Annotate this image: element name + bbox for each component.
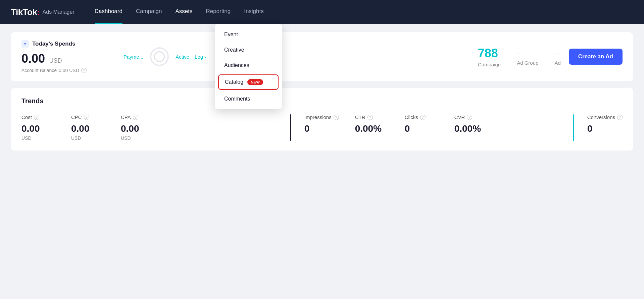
trend-ctr: CTR ? 0.00% bbox=[355, 114, 389, 134]
spends-section: ≡ Today's Spends 0.00 USD Account Balanc… bbox=[21, 40, 95, 73]
ad-label: Ad bbox=[554, 60, 560, 66]
ad-dash: – bbox=[554, 48, 560, 59]
trend-cpa: CPA ? 0.00 USD bbox=[121, 114, 154, 141]
campaign-count: 788 bbox=[478, 46, 501, 60]
create-ad-button[interactable]: Create an Ad bbox=[569, 49, 623, 65]
dropdown-catalog[interactable]: Catalog NEW bbox=[218, 74, 279, 90]
account-balance: Account Balance 0.00 USD ? bbox=[21, 68, 95, 73]
assets-dropdown: Event Creative Audiences Catalog NEW Com… bbox=[215, 24, 282, 109]
dark-divider bbox=[290, 114, 291, 141]
dropdown-audiences[interactable]: Audiences bbox=[215, 58, 282, 73]
new-badge: NEW bbox=[247, 79, 263, 85]
cvr-help-icon[interactable]: ? bbox=[467, 115, 472, 120]
trends-card: Trends Cost ? 0.00 USD CPC ? 0. bbox=[11, 88, 633, 151]
cpa-help-icon[interactable]: ? bbox=[133, 115, 138, 120]
card-title-row: ≡ Today's Spends bbox=[21, 40, 95, 48]
nav-reporting[interactable]: Reporting bbox=[206, 8, 231, 16]
spends-icon: ≡ bbox=[21, 40, 29, 48]
trend-cvr: CVR ? 0.00% bbox=[454, 114, 488, 134]
brand-subtitle: Ads Manager bbox=[43, 9, 75, 15]
spend-amount-row: 0.00 USD bbox=[21, 52, 95, 66]
trend-impressions: Impressions ? 0 bbox=[304, 114, 339, 134]
card-title: Today's Spends bbox=[32, 41, 75, 47]
adgroup-stat: – Ad Group bbox=[517, 48, 538, 66]
top-card-inner: ≡ Today's Spends 0.00 USD Account Balanc… bbox=[21, 40, 623, 73]
nav-assets[interactable]: Assets bbox=[175, 8, 192, 16]
adgroup-label: Ad Group bbox=[517, 60, 538, 66]
campaign-label: Campaign bbox=[478, 62, 501, 67]
nav-campaign[interactable]: Campaign bbox=[136, 8, 162, 16]
dropdown-comments[interactable]: Comments bbox=[215, 91, 282, 107]
conversions-help-icon[interactable]: ? bbox=[617, 115, 623, 120]
cpc-help-icon[interactable]: ? bbox=[84, 115, 89, 120]
ctr-help-icon[interactable]: ? bbox=[367, 115, 373, 120]
dropdown-event[interactable]: Event bbox=[215, 27, 282, 42]
cost-help-icon[interactable]: ? bbox=[34, 115, 39, 120]
circle-indicator bbox=[150, 47, 169, 66]
trends-row: Cost ? 0.00 USD CPC ? 0.00 USD C bbox=[21, 114, 623, 141]
ad-stat: – Ad bbox=[554, 48, 560, 66]
log-arrow: › bbox=[204, 54, 206, 60]
log-link[interactable]: Log › bbox=[195, 54, 206, 60]
payment-link[interactable]: Payme... bbox=[123, 54, 143, 60]
right-metrics: Impressions ? 0 CTR ? 0.00% Clicks ? bbox=[304, 114, 573, 134]
adgroup-dash: – bbox=[517, 48, 538, 59]
trend-clicks: Clicks ? 0 bbox=[405, 114, 438, 134]
campaign-stat: 788 Campaign bbox=[478, 46, 501, 67]
stats-row: 788 Campaign – Ad Group – Ad bbox=[478, 46, 561, 67]
teal-divider bbox=[573, 114, 574, 141]
nav-links: Dashboard Campaign Assets Reporting Insi… bbox=[95, 8, 264, 16]
brand-name: TikTok: bbox=[11, 7, 40, 17]
top-card: ≡ Today's Spends 0.00 USD Account Balanc… bbox=[11, 32, 633, 81]
trend-conversions: Conversions ? 0 bbox=[587, 114, 623, 134]
trend-cpc: CPC ? 0.00 USD bbox=[71, 114, 105, 141]
spend-currency: USD bbox=[49, 57, 62, 64]
main-content: ≡ Today's Spends 0.00 USD Account Balanc… bbox=[0, 24, 644, 159]
spend-amount: 0.00 bbox=[21, 52, 45, 65]
nav-insights[interactable]: Insights bbox=[244, 8, 264, 16]
left-metrics: Cost ? 0.00 USD CPC ? 0.00 USD C bbox=[21, 114, 290, 141]
active-link[interactable]: Active bbox=[176, 54, 189, 60]
trends-title: Trends bbox=[21, 97, 623, 105]
mid-section: Payme... Active Log › bbox=[103, 47, 206, 66]
inner-circle bbox=[154, 51, 165, 62]
dropdown-creative[interactable]: Creative bbox=[215, 42, 282, 58]
nav-dashboard[interactable]: Dashboard bbox=[95, 8, 122, 16]
trend-cost: Cost ? 0.00 USD bbox=[21, 114, 55, 141]
navbar: TikTok: Ads Manager Dashboard Campaign A… bbox=[0, 0, 644, 24]
nav-card-links: Active Log › bbox=[176, 54, 206, 60]
payment-area: Payme... bbox=[123, 54, 143, 60]
impressions-help-icon[interactable]: ? bbox=[334, 115, 339, 120]
brand-logo: TikTok: Ads Manager bbox=[11, 7, 75, 17]
balance-help-icon[interactable]: ? bbox=[81, 68, 87, 73]
clicks-help-icon[interactable]: ? bbox=[420, 115, 426, 120]
